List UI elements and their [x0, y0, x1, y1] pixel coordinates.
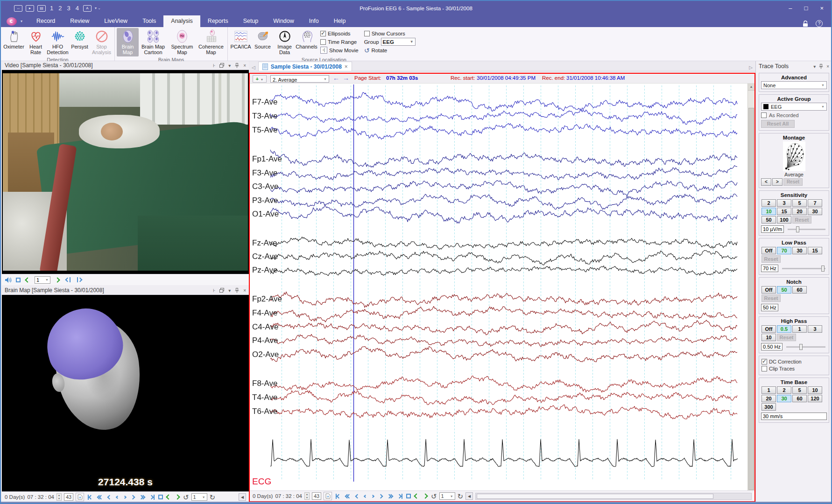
menu-tab-window[interactable]: Window [266, 15, 301, 27]
channel-label-p3-ave[interactable]: P3-Ave [252, 196, 278, 205]
sensitivity-button-20[interactable]: 20 [792, 208, 807, 215]
channel-label-fz-ave[interactable]: Fz-Ave [252, 238, 277, 248]
brainmap-view[interactable]: 27124.438 s [2, 295, 249, 491]
menu-tab-reports[interactable]: Reports [200, 15, 236, 27]
low-pass-slider[interactable] [782, 268, 825, 269]
time-base-button-300[interactable]: 300 [761, 403, 776, 411]
menu-tab-info[interactable]: Info [302, 15, 326, 27]
image-data-button[interactable]: Image Data [274, 28, 296, 56]
low-pass-button-30[interactable]: 30 [792, 247, 807, 254]
app-logo-icon[interactable] [7, 17, 17, 26]
last-page-button[interactable] [396, 492, 404, 500]
layout-2-button[interactable]: 2 [57, 5, 63, 12]
low-pass-button-15[interactable]: 15 [808, 247, 822, 254]
channel-label-f7-ave[interactable]: F7-Ave [252, 98, 278, 107]
play-back-button[interactable] [165, 493, 172, 501]
show-movie-button[interactable]: ›|Show Movie [320, 47, 359, 54]
hscroll-left-arrow[interactable]: ◀ [239, 493, 246, 501]
menu-tab-tools[interactable]: Tools [135, 15, 163, 27]
montage-combo[interactable]: 2. Average▼ [270, 75, 329, 83]
time-base-button-30[interactable]: 30 [777, 395, 791, 402]
eeg-vertical-scrollbar[interactable]: ▲ [747, 84, 754, 491]
high-pass-value[interactable]: 0.50 Hz [761, 343, 783, 350]
montage-next-button[interactable]: > [772, 178, 783, 186]
video-stop-button[interactable] [16, 278, 21, 282]
montage-icon[interactable]: A [83, 5, 92, 12]
first-page-button[interactable] [86, 493, 94, 501]
speaker-icon[interactable] [5, 277, 12, 283]
channel-label-fp1-ave[interactable]: Fp1-Ave [252, 154, 282, 164]
time-base-button-5[interactable]: 5 [792, 386, 807, 394]
high-pass-button-1[interactable]: 1 [792, 325, 807, 333]
float-window-icon[interactable] [219, 288, 224, 293]
play-forward-button[interactable] [174, 493, 181, 501]
video-window-icon[interactable]: ↔ [14, 5, 22, 12]
panel-close-icon[interactable]: × [243, 288, 246, 293]
tab-scroll-right-icon[interactable]: ▷ [748, 65, 754, 71]
low-pass-button-off[interactable]: Off [761, 247, 776, 254]
menu-tab-analysis[interactable]: Analysis [163, 15, 200, 27]
sensitivity-button-100[interactable]: 100 [777, 216, 791, 224]
channel-label-fp2-ave[interactable]: Fp2-Ave [252, 294, 282, 304]
notch-button-60[interactable]: 60 [792, 286, 807, 294]
prev-page-arrow-icon[interactable]: ← [333, 74, 339, 82]
sensitivity-button-15[interactable]: 15 [777, 208, 791, 215]
active-group-select[interactable]: EEG▼ [761, 103, 827, 111]
review-window-icon[interactable]: ▸ [26, 5, 34, 12]
ellipsoids-checkbox[interactable] [320, 31, 326, 36]
jump-select[interactable]: 1▼ [191, 493, 207, 501]
time-base-button-60[interactable]: 60 [792, 395, 807, 402]
fast-forward-button[interactable] [386, 492, 394, 500]
eeg-horizontal-scrollbar[interactable] [475, 493, 752, 500]
video-speed-select[interactable]: 1▼ [35, 276, 50, 284]
fast-back-button[interactable] [96, 493, 104, 501]
hscroll-thumb[interactable] [477, 494, 713, 499]
minimize-button[interactable]: – [789, 5, 792, 12]
channel-label-t3-ave[interactable]: T3-Ave [252, 112, 278, 121]
channel-label-ecg[interactable]: ECG [252, 476, 271, 487]
back-small-button[interactable] [363, 492, 368, 500]
stop-playback-button[interactable] [406, 494, 411, 498]
back-page-button[interactable] [106, 493, 113, 501]
add-trace-button[interactable]: + ▼ [253, 75, 267, 83]
forward-page-button[interactable] [130, 493, 136, 501]
undo-icon[interactable]: ↺ [183, 494, 189, 501]
layout-pages-icon[interactable]: ▤ [37, 5, 46, 12]
panel-menu-caret-icon[interactable]: ▾ [228, 63, 231, 68]
app-menu-caret-icon[interactable]: ▾ [21, 19, 22, 23]
oximeter-button[interactable]: Oximeter [3, 28, 25, 50]
jump-select[interactable]: 1▼ [439, 492, 455, 500]
menu-tab-help[interactable]: Help [326, 15, 353, 27]
time-spinner[interactable]: ▲▼ [304, 492, 310, 500]
sensitivity-button-10[interactable]: 10 [761, 208, 776, 215]
heart-rate-button[interactable]: Heart Rate [25, 28, 47, 56]
channel-label-p4-ave[interactable]: P4-Ave [252, 336, 278, 345]
time-base-value[interactable]: 30 mm/s [761, 413, 827, 420]
forward-page-button[interactable] [378, 492, 384, 500]
time-base-button-2[interactable]: 2 [777, 386, 791, 394]
back-page-button[interactable] [354, 492, 360, 500]
menu-tab-setup[interactable]: Setup [236, 15, 266, 27]
page-number-field[interactable]: 43 [312, 492, 321, 500]
high-pass-button-10[interactable]: 10 [761, 334, 776, 341]
tab-scroll-left-icon[interactable]: ◁ [251, 65, 256, 71]
time-base-button-20[interactable]: 20 [761, 395, 776, 402]
source-button[interactable]: Source [252, 28, 274, 50]
sensitivity-button-7[interactable]: 7 [808, 199, 822, 207]
channel-label-t6-ave[interactable]: T6-Ave [252, 407, 278, 416]
video-step-forward-button[interactable] [76, 276, 83, 284]
tab-close-icon[interactable]: × [345, 63, 348, 70]
last-page-button[interactable] [148, 493, 156, 501]
persyst-button[interactable]: Persyst [69, 28, 91, 50]
dc-correction-checkbox[interactable] [761, 359, 767, 364]
show-cursors-checkbox[interactable] [364, 31, 370, 36]
panel-menu-caret-icon[interactable]: ▾ [228, 288, 231, 293]
channels-button[interactable]: Channels [296, 28, 317, 50]
menu-tab-review[interactable]: Review [63, 15, 97, 27]
eeg-document-tab[interactable]: Sample Siesta - 30/01/2008 × [258, 62, 352, 71]
menu-tab-record[interactable]: Record [29, 15, 63, 27]
high-pass-button-off[interactable]: Off [761, 325, 776, 333]
video-play-button[interactable] [54, 276, 61, 284]
sensitivity-button-5[interactable]: 5 [792, 199, 807, 207]
low-pass-button-70[interactable]: 70 [777, 247, 791, 254]
